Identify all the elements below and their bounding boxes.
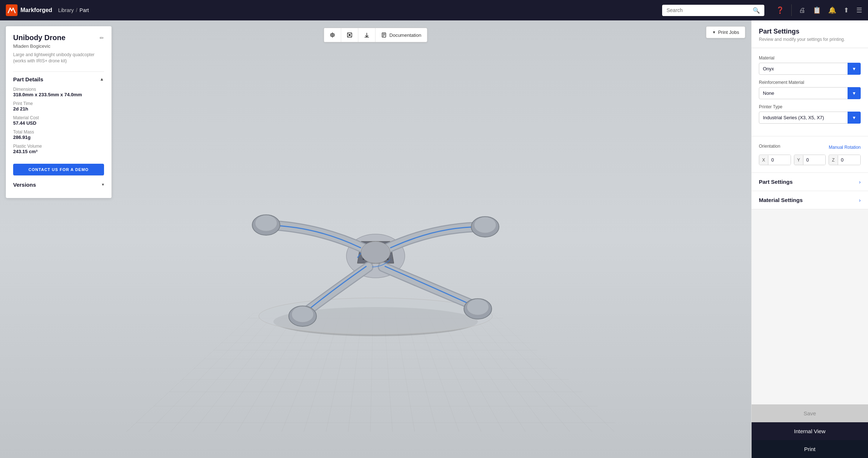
save-button[interactable]: Save [752, 404, 868, 422]
material-label: Material [759, 55, 861, 61]
plastic-volume-row: Plastic Volume 243.15 cm³ [13, 144, 104, 154]
breadcrumb-library[interactable]: Library [58, 7, 74, 13]
orient-button[interactable] [324, 28, 341, 42]
material-cost-value: 57.44 USD [13, 120, 104, 126]
printer-type-select-wrapper: Industrial Series (X3, X5, X7) Mark Two … [759, 112, 861, 124]
logo-area[interactable]: Markforged [6, 4, 52, 16]
notifications-icon[interactable]: 🔔 [828, 6, 836, 14]
print-jobs-label: Print Jobs [718, 30, 739, 35]
reinforcement-label: Reinforcement Material [759, 80, 861, 85]
versions-chevron-icon: ▾ [102, 182, 104, 187]
menu-icon[interactable]: ☰ [856, 6, 862, 14]
versions-section[interactable]: Versions ▾ [13, 175, 104, 191]
print-time-row: Print Time 2d 21h [13, 101, 104, 112]
svg-point-15 [361, 241, 390, 263]
orientation-section: Orientation Manual Rotation X Y Z [752, 136, 868, 173]
help-icon[interactable]: ❓ [776, 6, 784, 14]
header-divider [791, 4, 792, 16]
internal-view-button[interactable]: Internal View [752, 422, 868, 440]
part-settings-chevron-icon: › [859, 179, 861, 185]
material-select[interactable]: Onyx Nylon White Nylon Black [759, 63, 861, 75]
right-panel-spacer [752, 209, 868, 404]
z-input[interactable] [838, 155, 860, 165]
part-title: Unibody Drone [13, 34, 65, 42]
center-button[interactable] [341, 28, 358, 42]
documentation-button[interactable]: Documentation [376, 29, 427, 42]
search-input[interactable] [667, 7, 750, 13]
right-panel: Part Settings Review and modify your set… [751, 20, 868, 458]
reinforcement-select[interactable]: None Fiberglass Carbon Fiber Kevlar [759, 87, 861, 99]
material-select-wrapper: Onyx Nylon White Nylon Black ▼ [759, 63, 861, 75]
download-button[interactable] [358, 28, 376, 42]
material-cost-label: Material Cost [13, 115, 104, 120]
documentation-label: Documentation [389, 32, 421, 38]
main-content: Unibody Drone ✏ Mladen Bogicevic Large a… [0, 20, 868, 458]
breadcrumb-current: Part [80, 7, 89, 13]
svg-point-12 [467, 299, 489, 315]
total-mass-value: 286.91g [13, 135, 104, 140]
part-settings-section: Part Settings › [752, 173, 868, 191]
material-settings-section: Material Settings › [752, 191, 868, 209]
printer-icon[interactable]: 🖨 [799, 7, 806, 14]
z-label: Z [829, 155, 838, 165]
svg-point-18 [349, 34, 350, 36]
dropdown-icon: ▼ [712, 30, 716, 34]
part-details-label: Part Details [13, 76, 43, 82]
y-input-group: Y [794, 155, 826, 165]
versions-label: Versions [13, 182, 36, 188]
logo-text: Markforged [20, 7, 52, 13]
3d-model [230, 154, 522, 344]
print-time-value: 2d 21h [13, 106, 104, 112]
x-label: X [759, 155, 768, 165]
orientation-label: Orientation [759, 144, 780, 149]
panel-title: Part Settings [759, 28, 861, 35]
dimensions-value: 318.0mm x 233.5mm x 74.0mm [13, 92, 104, 97]
bottom-buttons: Save Internal View Print [752, 404, 868, 458]
material-settings-label: Material Settings [759, 197, 803, 203]
dimensions-row: Dimensions 318.0mm x 233.5mm x 74.0mm [13, 87, 104, 97]
search-icon[interactable]: 🔍 [753, 7, 760, 14]
part-details-chevron-icon: ▲ [100, 77, 104, 82]
printer-type-label: Printer Type [759, 104, 861, 109]
markforged-logo-icon [6, 4, 18, 16]
printer-type-select[interactable]: Industrial Series (X3, X5, X7) Mark Two … [759, 112, 861, 124]
toolbar-3d: Documentation [324, 28, 427, 42]
upload-icon[interactable]: ⬆ [844, 6, 849, 14]
print-button[interactable]: Print [752, 440, 868, 458]
breadcrumb-separator: / [76, 7, 77, 13]
header-icons: ❓ 🖨 📋 🔔 ⬆ ☰ [776, 4, 862, 16]
settings-section: Material Onyx Nylon White Nylon Black ▼ … [752, 48, 868, 136]
print-jobs-button[interactable]: ▼ Print Jobs [706, 26, 745, 38]
svg-point-14 [292, 306, 314, 322]
drone-model-svg [230, 154, 522, 344]
svg-point-8 [474, 217, 496, 233]
total-mass-label: Total Mass [13, 129, 104, 135]
part-details-section[interactable]: Part Details ▲ [13, 71, 104, 87]
xyz-inputs: X Y Z [759, 155, 861, 165]
part-description: Large and lightweight unibody quadcopter… [13, 52, 104, 64]
search-bar[interactable]: 🔍 [662, 5, 764, 16]
plastic-volume-label: Plastic Volume [13, 144, 104, 149]
total-mass-row: Total Mass 286.91g [13, 129, 104, 140]
left-panel: Unibody Drone ✏ Mladen Bogicevic Large a… [6, 26, 112, 198]
y-input[interactable] [803, 155, 826, 165]
breadcrumb: Library / Part [58, 7, 89, 13]
demo-button[interactable]: CONTACT US FOR A DEMO [13, 164, 104, 175]
orientation-header: Orientation Manual Rotation [759, 144, 861, 151]
part-title-row: Unibody Drone ✏ [13, 34, 104, 42]
x-input[interactable] [768, 155, 791, 165]
plastic-volume-value: 243.15 cm³ [13, 149, 104, 154]
y-label: Y [794, 155, 803, 165]
clipboard-icon[interactable]: 📋 [813, 6, 821, 14]
material-settings-header[interactable]: Material Settings › [752, 191, 868, 209]
z-input-group: Z [829, 155, 861, 165]
header: Markforged Library / Part 🔍 ❓ 🖨 📋 🔔 ⬆ ☰ [0, 0, 868, 20]
svg-point-10 [255, 215, 277, 231]
panel-subtitle: Review and modify your settings for prin… [759, 37, 861, 42]
part-author: Mladen Bogicevic [13, 43, 104, 49]
manual-rotation-link[interactable]: Manual Rotation [829, 145, 861, 150]
part-settings-header[interactable]: Part Settings › [752, 173, 868, 191]
right-panel-header: Part Settings Review and modify your set… [752, 20, 868, 48]
part-settings-label: Part Settings [759, 179, 793, 185]
edit-icon[interactable]: ✏ [100, 35, 104, 41]
